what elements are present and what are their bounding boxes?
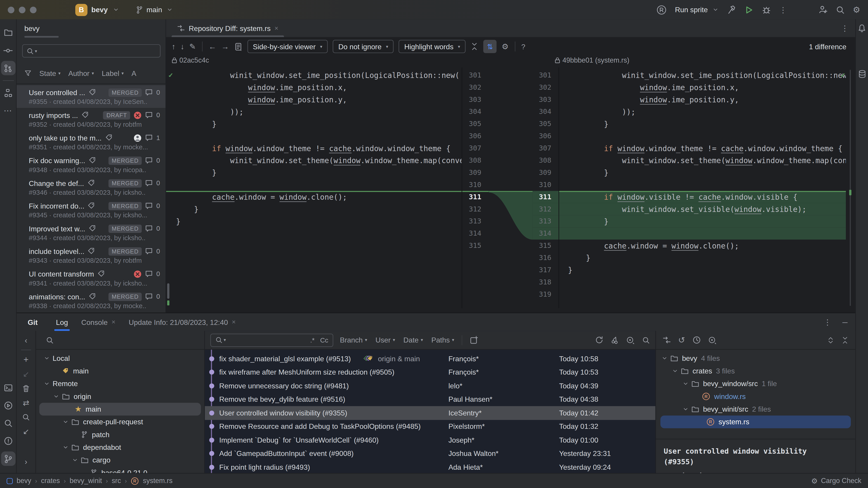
project-widget[interactable]: B bevy bbox=[75, 4, 119, 16]
search-branches-icon[interactable] bbox=[20, 411, 33, 424]
fetch-icon[interactable]: ⇄ bbox=[20, 396, 33, 410]
rollback-icon[interactable]: ↺ bbox=[678, 335, 685, 345]
git-tool-button[interactable] bbox=[1, 451, 16, 466]
chevron-down-icon[interactable] bbox=[53, 393, 59, 399]
code-line[interactable]: )); bbox=[559, 106, 846, 118]
code-line[interactable]: } bbox=[559, 118, 846, 130]
commit-row[interactable]: Remove unnecessary doc string (#9481) le… bbox=[205, 379, 655, 393]
code-line[interactable]: winit_window.set_visible(window.visible)… bbox=[559, 203, 846, 215]
pr-list-item[interactable]: User controlled ... MERGED 0 #9355 · cre… bbox=[17, 85, 165, 108]
previous-change-button[interactable]: ↑ bbox=[172, 43, 176, 51]
code-line[interactable]: winit_window.set_ime_position(LogicalPos… bbox=[166, 69, 462, 81]
filter-funnel-icon[interactable] bbox=[24, 69, 32, 76]
commit-row[interactable]: Fix point light radius (#9493) Ada Hieta… bbox=[205, 460, 655, 473]
viewer-mode-select[interactable]: Side-by-side viewer▾ bbox=[247, 40, 328, 53]
code-line[interactable]: } bbox=[166, 215, 462, 228]
code-line[interactable] bbox=[559, 179, 846, 191]
refresh-icon[interactable] bbox=[595, 336, 603, 344]
match-case-toggle[interactable]: Cc bbox=[320, 336, 328, 344]
filter-user[interactable]: User▾ bbox=[375, 336, 395, 344]
code-line[interactable]: )); bbox=[166, 106, 462, 118]
commit-row[interactable]: User controlled window visibility (#9355… bbox=[205, 406, 655, 420]
new-branch-button[interactable]: + bbox=[20, 353, 33, 366]
file-tree-row[interactable]: bevy4 files bbox=[656, 352, 855, 365]
chevron-down-icon[interactable] bbox=[43, 381, 50, 387]
file-tree-row[interactable]: bevy_window/src1 file bbox=[656, 377, 855, 390]
code-line[interactable]: } bbox=[559, 252, 846, 264]
code-line[interactable]: } bbox=[559, 264, 846, 276]
pr-list-item[interactable]: rusty imports ... DRAFT 0 #9352 · create… bbox=[17, 108, 165, 131]
breadcrumb-item[interactable]: system.rs bbox=[143, 477, 173, 485]
log-search-input[interactable]: ▾ .* Cc bbox=[211, 333, 333, 347]
project-tool-button[interactable] bbox=[1, 26, 16, 40]
show-diff-icon[interactable] bbox=[662, 336, 671, 344]
problems-tool-button[interactable] bbox=[1, 434, 16, 448]
commit-row[interactable]: Remove Resource and add Debug to TaskPoo… bbox=[205, 420, 655, 433]
background-task[interactable]: ⚙ Cargo Check bbox=[811, 477, 862, 485]
branches-search-input[interactable] bbox=[36, 331, 204, 350]
branch-tree-row[interactable]: ★main bbox=[39, 403, 201, 416]
commit-row[interactable]: fix wireframe after MeshUniform size red… bbox=[205, 365, 655, 379]
diff-vertical-scrollbar[interactable] bbox=[846, 68, 855, 308]
code-line[interactable]: winit_window.set_theme(window.window_the… bbox=[559, 154, 846, 166]
code-line[interactable]: } bbox=[166, 118, 462, 130]
commit-row[interactable]: Implement `Debug` for `UnsafeWorldCell` … bbox=[205, 433, 655, 447]
code-line[interactable] bbox=[559, 288, 846, 300]
pr-panel-title[interactable]: bevy bbox=[17, 20, 165, 37]
file-tree-row[interactable]: Rsystem.rs bbox=[660, 416, 851, 428]
pr-list-item[interactable]: only take up to the m... 1 #9351 · creat… bbox=[17, 131, 165, 153]
code-line[interactable] bbox=[166, 228, 462, 240]
tab-repository-diff[interactable]: Repository Diff: system.rs × bbox=[172, 20, 284, 37]
breadcrumb-item[interactable]: crates bbox=[41, 477, 60, 485]
new-log-tab-icon[interactable] bbox=[470, 336, 478, 344]
left-scrollbar-thumb[interactable] bbox=[167, 283, 169, 299]
code-line[interactable]: if window.window_theme != cache.window.w… bbox=[559, 142, 846, 154]
filter-branch[interactable]: Branch▾ bbox=[340, 336, 367, 344]
chevron-down-icon[interactable] bbox=[63, 419, 69, 425]
branch-tree-row[interactable]: patch bbox=[36, 428, 204, 441]
code-line[interactable]: cache.window = window.clone(); bbox=[166, 191, 462, 203]
collapse-unchanged-icon[interactable] bbox=[471, 43, 478, 51]
file-tree-row[interactable]: Rwindow.rs bbox=[656, 390, 855, 403]
terminal-tool-button[interactable] bbox=[1, 381, 16, 395]
commit-tool-button[interactable] bbox=[1, 43, 16, 58]
diff-right-pane[interactable]: ✓✓ winit_window.set_ime_position(Logical… bbox=[559, 68, 846, 308]
hide-panel-button[interactable]: ─ bbox=[842, 318, 848, 326]
code-line[interactable] bbox=[166, 179, 462, 191]
code-line[interactable]: window.ime_position.y, bbox=[166, 94, 462, 106]
breadcrumb-item[interactable]: src bbox=[112, 477, 121, 485]
chevron-down-icon[interactable] bbox=[43, 355, 50, 361]
code-line[interactable]: window.ime_position.x, bbox=[166, 81, 462, 94]
hide-branches-button[interactable]: ‹ bbox=[20, 334, 33, 347]
branch-tree-row[interactable]: origin bbox=[36, 390, 204, 403]
minimize-window-button[interactable] bbox=[19, 6, 25, 13]
find-tool-button[interactable] bbox=[1, 416, 16, 431]
breadcrumb-item[interactable]: bevy bbox=[17, 477, 31, 485]
checkout-icon[interactable]: ↙ bbox=[20, 367, 33, 381]
breadcrumb-item[interactable]: bevy_winit bbox=[70, 477, 102, 485]
goto-source-icon[interactable] bbox=[234, 42, 242, 51]
delete-branch-button[interactable] bbox=[20, 382, 33, 395]
more-tool-windows-button[interactable]: ⋯ bbox=[1, 103, 16, 118]
cherry-pick-icon[interactable] bbox=[611, 336, 619, 344]
more-actions-menu[interactable]: ⋮ bbox=[779, 6, 787, 13]
chevron-down-icon[interactable] bbox=[683, 381, 689, 387]
pull-icon[interactable]: ↙ bbox=[20, 425, 33, 438]
eye-preview-icon[interactable] bbox=[708, 336, 717, 344]
vcs-widget[interactable]: main bbox=[135, 5, 173, 14]
pr-list-item[interactable]: animations: con... MERGED 0 #9338 · crea… bbox=[17, 289, 165, 312]
commit-row[interactable]: Remove the bevy_dylib feature (#9516) Pa… bbox=[205, 393, 655, 406]
highlight-mode-select[interactable]: Highlight words▾ bbox=[399, 40, 466, 53]
code-line[interactable]: } bbox=[559, 166, 846, 179]
commit-row[interactable]: Add `GamepadButtonInput` event (#9008) J… bbox=[205, 447, 655, 460]
help-button[interactable]: ? bbox=[521, 43, 525, 50]
pr-list-item[interactable]: Change the def... MERGED 0 #9346 · creat… bbox=[17, 176, 165, 199]
next-file-button[interactable]: → bbox=[221, 43, 229, 51]
diff-left-pane[interactable]: ✓✓ winit_window.set_ime_position(Logical… bbox=[166, 68, 462, 308]
close-window-button[interactable] bbox=[8, 6, 14, 13]
search-icon[interactable] bbox=[836, 5, 844, 14]
branch-tree-row[interactable]: base64-0.21.0 bbox=[36, 466, 204, 473]
code-line[interactable] bbox=[559, 130, 846, 142]
code-line[interactable] bbox=[559, 276, 846, 288]
branch-tree-row[interactable]: dependabot bbox=[36, 441, 204, 454]
